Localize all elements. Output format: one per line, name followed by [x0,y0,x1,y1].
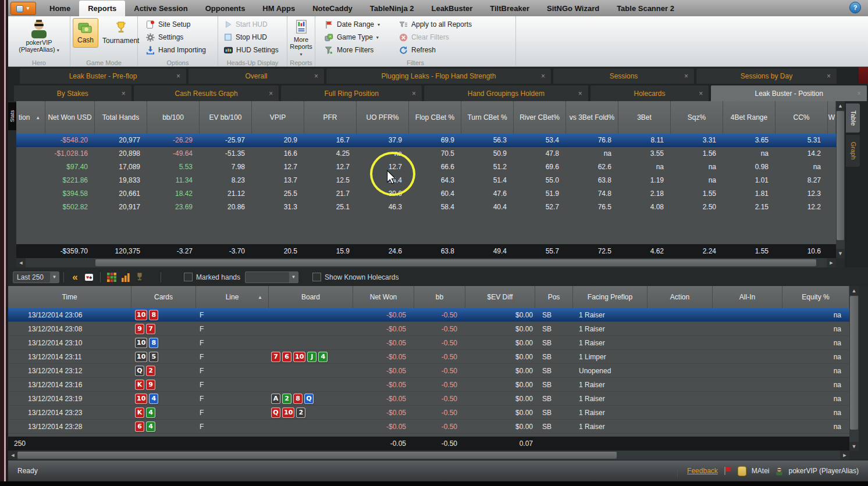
scroll-up-arrow[interactable]: ▲ [849,286,859,295]
tab-close-icon[interactable]: × [314,72,318,80]
stats-column-header[interactable]: Flop CBet % [409,101,461,134]
hands-column-header[interactable]: $EV Diff [465,286,535,308]
tab-close-icon[interactable]: × [269,90,273,98]
hand-row[interactable]: 13/12/2014 23:16K9F-$0.05-0.50$0.00SB1 R… [8,378,849,392]
scroll-left-arrow[interactable]: ◄ [8,451,17,460]
marked-hands-checkbox[interactable] [184,273,193,281]
hands-column-header[interactable]: Facing Preflop [573,286,648,308]
stats-column-header[interactable]: W [828,101,836,134]
settings-button[interactable]: Settings [146,31,215,44]
report-tab-sessions-by-day[interactable]: Sessions by Day× [696,69,837,84]
site-setup-button[interactable]: Site Setup [146,18,215,31]
scroll-right-arrow[interactable]: ► [827,258,836,267]
stats-column-header[interactable]: EV bb/100 [200,101,252,134]
report-tab-full-ring-position[interactable]: Full Ring Position× [281,85,422,101]
menu-item-notecaddy[interactable]: NoteCaddy [304,1,361,16]
report-tab-holecards[interactable]: Holecards× [590,85,709,101]
hands-column-header[interactable]: Board [269,286,353,308]
tab-close-icon[interactable]: × [122,90,126,98]
graph-view-button[interactable] [119,271,133,284]
report-tab-sessions[interactable]: Sessions× [553,69,694,84]
hands-vscrollbar[interactable]: ▲ ▼ [849,286,859,451]
stats-column-header[interactable]: 3Bet [618,101,671,134]
scroll-down-arrow[interactable]: ▼ [849,442,859,451]
stats-column-header[interactable]: Total Hands [95,101,147,134]
hands-column-header[interactable]: Net Won [353,286,414,308]
stats-column-header[interactable]: Sqz% [671,101,723,134]
show-holecards-checkbox[interactable] [312,273,321,281]
menu-item-active-session[interactable]: Active Session [125,1,197,16]
stats-side-tab[interactable]: Stats [8,102,16,130]
apply-to-all-reports-button[interactable]: Apply to all Reports [399,18,472,31]
menu-item-reports[interactable]: Reports [79,1,125,16]
view-tab-graph[interactable]: Graph [846,135,860,167]
menu-item-leakbuster[interactable]: LeakBuster [422,1,481,16]
report-tab-plugging-leaks-flop-hand-strength[interactable]: Plugging Leaks - Flop Hand Strength× [326,69,551,84]
cash-button[interactable]: Cash [73,18,98,48]
clear-filters-button[interactable]: Clear Filters [399,31,472,44]
more-filters-button[interactable]: More Filters [325,44,393,56]
menu-item-opponents[interactable]: Opponents [197,1,254,16]
report-tab-hand-groupings-holdem[interactable]: Hand Groupings Holdem× [424,85,588,101]
tab-close-icon[interactable]: × [541,72,545,80]
stats-row[interactable]: -$548.2020,977-26.29-25.9720.916.737.969… [16,134,836,147]
scrollbar-thumb[interactable] [850,296,858,430]
stats-column-header[interactable]: PFR [304,101,357,134]
start-hud-button[interactable]: Start HUD [224,18,284,31]
stop-hud-button[interactable]: Stop HUD [224,31,284,44]
hands-column-header[interactable]: Cards [131,286,196,308]
scroll-down-arrow[interactable]: ▼ [836,249,845,258]
report-tab-leak-buster-pre-flop[interactable]: Leak Buster - Pre-flop× [20,69,186,84]
feedback-link[interactable]: Feedback [687,467,718,475]
stats-row[interactable]: $394.5820,66118.4221.1225.521.730.660.44… [16,187,836,201]
tab-close-icon[interactable]: × [684,72,688,80]
replay-hand-button[interactable]: « [68,271,82,284]
stats-vscrollbar[interactable]: ▲ ▼ [836,101,845,258]
stats-row[interactable]: $502.8220,91723.6920.8631.325.146.358.44… [16,201,836,214]
stats-column-header[interactable]: UO PFR% [357,101,409,134]
tab-close-icon[interactable]: × [857,90,861,98]
menu-item-table-scanner-2[interactable]: Table Scanner 2 [608,1,683,16]
tab-close-icon[interactable]: × [412,90,416,98]
hand-range-dropdown[interactable]: Last 250 ▼ [13,271,59,283]
application-menu-button[interactable]: ▼ [10,2,36,15]
scroll-left-arrow[interactable]: ◄ [16,258,26,267]
stats-column-header[interactable]: VPIP [252,101,304,134]
scrollbar-thumb[interactable] [17,452,617,459]
tab-close-icon[interactable]: × [699,90,703,98]
card-filter-button[interactable]: ♥♠ [82,271,96,284]
view-tab-table[interactable]: Table [846,103,860,133]
more-reports-button[interactable]: More Reports ▾ [290,18,312,58]
menu-item-home[interactable]: Home [41,1,79,16]
stats-row[interactable]: $221.8619,83311.348.2313.712.514.464.351… [16,174,836,187]
refresh-button[interactable]: Refresh [399,44,472,56]
date-range-button[interactable]: Date Range ▾ [325,18,393,31]
stats-column-header[interactable]: 4Bet Range [723,101,775,134]
stats-column-header[interactable]: Turn CBet % [461,101,514,134]
stats-column-header[interactable]: Net Won USD [45,101,95,134]
hero-account-button[interactable]: pokerVIP (PlayerAlias) ▾ [19,39,59,54]
account-name[interactable]: pokerVIP (PlayerAlias) [789,467,859,475]
stats-column-header[interactable]: tion▲ [16,101,45,134]
hands-column-header[interactable]: Line▲ [196,286,269,308]
report-tab-by-stakes[interactable]: By Stakes× [14,85,131,101]
stats-column-header[interactable]: River CBet% [514,101,566,134]
tab-close-icon[interactable]: × [578,90,582,98]
database-name[interactable]: MAtei [752,467,770,475]
menu-item-tableninja-2[interactable]: TableNinja 2 [361,1,423,16]
tourney-view-button[interactable] [133,271,147,284]
scrollbar-thumb[interactable] [837,111,844,240]
menu-item-tiltbreaker[interactable]: TiltBreaker [481,1,538,16]
grid-view-button[interactable] [105,271,119,284]
scroll-up-arrow[interactable]: ▲ [836,101,845,110]
hand-row[interactable]: 13/12/2014 23:11105F7610J4-$0.05-0.50$0.… [8,350,849,364]
hands-column-header[interactable]: Pos [535,286,573,308]
hand-row[interactable]: 13/12/2014 23:2864F-$0.05-0.50$0.00SB1 R… [8,420,849,434]
hand-row[interactable]: 13/12/2014 23:12Q2F-$0.05-0.50$0.00SBUno… [8,364,849,378]
menu-item-hm-apps[interactable]: HM Apps [254,1,304,16]
hand-importing-button[interactable]: Hand Importing [146,44,215,56]
report-tab-leak-buster-position[interactable]: Leak Buster - Position× [711,85,867,101]
hands-hscrollbar[interactable]: ◄ ► [8,451,849,460]
scrollbar-thumb[interactable] [95,259,816,266]
stats-column-header[interactable]: vs 3Bet Fold% [566,101,618,134]
